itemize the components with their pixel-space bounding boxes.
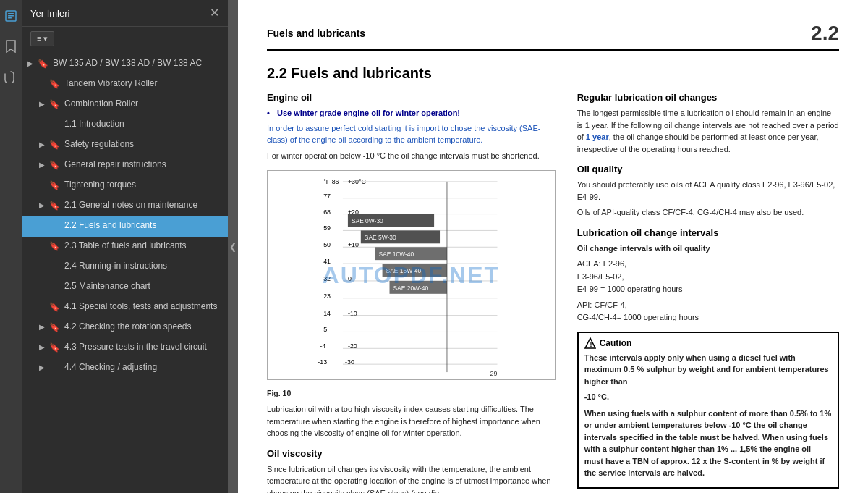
tree-item-generalnotes[interactable]: ▶ 🔖 2.1 General notes on maintenance	[22, 196, 228, 216]
tree-item-combo[interactable]: ▶ 🔖 Combination Roller	[22, 95, 228, 115]
svg-text:!: !	[590, 341, 592, 348]
bookmark-icon: 🔖	[49, 281, 61, 293]
panel-title: Yer İmleri	[30, 8, 69, 19]
bookmark-icon: 🔖	[49, 342, 61, 354]
fig-text: Lubrication oil with a too high viscosit…	[267, 403, 556, 439]
svg-rect-1	[8, 13, 14, 14]
engine-oil-title: Engine oil	[267, 92, 556, 103]
svg-text:SAE 10W-40: SAE 10W-40	[379, 250, 414, 258]
bookmark-tree: ▶ 🔖 BW 135 AD / BW 138 AD / BW 138 AC 🔖 …	[22, 51, 228, 493]
fig-label: Fig. 10	[267, 389, 291, 397]
bookmark-icon: 🔖	[49, 98, 61, 111]
right-column: Regular lubrication oil changes The long…	[577, 92, 839, 493]
content-columns: Engine oil Use winter grade engine oil f…	[267, 92, 839, 493]
svg-text:-20: -20	[348, 342, 357, 350]
tree-item-tightening[interactable]: 🔖 Tightening torques	[22, 176, 228, 196]
item-label: 4.4 Checking / adjusting	[64, 361, 222, 374]
expand-arrow: ▶	[39, 342, 49, 353]
tree-item-running[interactable]: 🔖 2.4 Running-in instructions	[22, 257, 228, 277]
item-label: 4.2 Checking the rotation speeds	[64, 321, 222, 333]
svg-text:-13: -13	[318, 358, 327, 366]
item-label: General repair instructions	[64, 159, 222, 171]
caution-text2: -10 °C.	[584, 391, 832, 403]
bookmarks-panel: Yer İmleri ✕ ≡ ▾ ▶ 🔖 BW 135 AD / BW 138 …	[22, 0, 228, 493]
svg-text:0: 0	[348, 275, 352, 282]
api-line1: API: CF/CF-4,	[577, 299, 839, 312]
tree-item-maintenance[interactable]: 🔖 2.5 Maintenance chart	[22, 277, 228, 298]
bookmark-icon: 🔖	[49, 220, 61, 232]
bookmark-icon: 🔖	[49, 200, 61, 212]
svg-text:77: 77	[323, 193, 331, 200]
item-label: Combination Roller	[64, 98, 222, 110]
item-label: 4.3 Pressure tests in the travel circuit	[64, 341, 222, 353]
svg-text:SAE 15W-40: SAE 15W-40	[386, 267, 422, 274]
caution-triangle-icon: !	[584, 337, 596, 349]
bookmark-icon: 🔖	[49, 321, 61, 334]
item-label: 2.3 Table of fuels and lubricants	[64, 240, 222, 252]
svg-text:29: 29	[490, 370, 498, 377]
bookmark-icon: 🔖	[49, 180, 61, 192]
pages-icon[interactable]	[2, 7, 20, 25]
item-label: 2.2 Fuels and lubricants	[64, 219, 222, 232]
reg-lub-text: The longest permissible time a lubricati…	[577, 107, 839, 155]
main-content: Fuels and lubricants 2.2 2.2 Fuels and l…	[238, 0, 868, 493]
svg-text:SAE 20W-40: SAE 20W-40	[393, 285, 428, 292]
tree-item-special[interactable]: 🔖 4.1 Special tools, tests and adjustmen…	[22, 298, 228, 318]
tree-item-safety[interactable]: ▶ 🔖 Safety regulations	[22, 135, 228, 156]
pdf-page: Fuels and lubricants 2.2 2.2 Fuels and l…	[238, 0, 868, 493]
tree-item-intro[interactable]: 🔖 1.1 Introduction	[22, 115, 228, 135]
attachments-icon[interactable]	[2, 68, 20, 85]
tree-item-pressure[interactable]: ▶ 🔖 4.3 Pressure tests in the travel cir…	[22, 338, 228, 358]
tree-item-checking2[interactable]: ▶ 🔖 4.4 Checking / adjusting	[22, 358, 228, 379]
svg-text:5: 5	[323, 326, 327, 333]
close-icon[interactable]: ✕	[210, 7, 219, 19]
bookmark-icon: 🔖	[49, 139, 61, 151]
tree-item-fuels[interactable]: 🔖 2.2 Fuels and lubricants	[22, 216, 228, 237]
reg-lub-title: Regular lubrication oil changes	[577, 92, 839, 103]
item-label: Safety regulations	[64, 138, 222, 151]
icon-sidebar	[0, 0, 22, 493]
tree-item-checking[interactable]: ▶ 🔖 4.2 Checking the rotation speeds	[22, 318, 228, 338]
tree-item-generalrepair[interactable]: ▶ 🔖 General repair instructions	[22, 156, 228, 176]
tree-item-bw135[interactable]: ▶ 🔖 BW 135 AD / BW 138 AD / BW 138 AC	[22, 54, 228, 75]
bookmark-icon: 🔖	[49, 240, 61, 253]
expand-arrow: ▶	[39, 160, 49, 170]
bookmark-icon: 🔖	[49, 261, 61, 273]
svg-text:+10: +10	[348, 241, 359, 248]
svg-text:32: 32	[323, 275, 331, 282]
item-label: 2.1 General notes on maintenance	[64, 199, 222, 211]
oil-viscosity-title: Oil viscosity	[267, 448, 556, 459]
tree-item-tandem[interactable]: 🔖 Tandem Vibratory Roller	[22, 75, 228, 95]
svg-text:-30: -30	[345, 358, 354, 366]
options-button[interactable]: ≡ ▾	[30, 31, 54, 46]
svg-text:50: 50	[323, 241, 331, 248]
svg-text:-10: -10	[348, 310, 357, 317]
panel-collapse-handle[interactable]: ❮	[228, 0, 238, 493]
bookmarks-icon[interactable]	[2, 38, 20, 55]
acea-line3: E4-99 = 1000 operating hours	[577, 283, 839, 296]
svg-rect-2	[8, 15, 14, 17]
caution-title: ! Caution	[584, 337, 832, 349]
page-header-title: Fuels and lubricants	[267, 28, 365, 39]
bookmark-icon: 🔖	[49, 159, 61, 172]
bookmark-icon: 🔖	[49, 119, 61, 131]
bullet-winter: Use winter grade engine oil for winter o…	[267, 107, 556, 119]
expand-arrow: ▶	[39, 99, 49, 109]
svg-text:23: 23	[323, 292, 331, 300]
para-cold-start: In order to assure perfect cold starting…	[267, 122, 556, 146]
item-label: Tandem Vibratory Roller	[64, 77, 222, 90]
api-line2: CG-4/CH-4= 1000 operating hours	[577, 311, 839, 324]
tree-item-tablefuels[interactable]: 🔖 2.3 Table of fuels and lubricants	[22, 237, 228, 257]
caution-box: ! Caution These intervals apply only whe…	[577, 332, 839, 489]
oil-quality-title: Oil quality	[577, 164, 839, 174]
expand-arrow: ▶	[27, 59, 38, 69]
panel-header: Yer İmleri ✕	[22, 0, 228, 27]
caution-text1: These intervals apply only when using a …	[584, 352, 832, 388]
svg-text:°F 86: °F 86	[323, 178, 339, 185]
item-label: 2.5 Maintenance chart	[64, 280, 222, 292]
left-column: Engine oil Use winter grade engine oil f…	[267, 92, 556, 493]
oil-quality-text2: Oils of API-quality class CF/CF-4, CG-4/…	[577, 206, 839, 219]
oil-viscosity-text: Since lubrication oil changes its viscos…	[267, 463, 556, 494]
svg-text:SAE 0W-30: SAE 0W-30	[352, 217, 383, 224]
svg-text:SAE 5W-30: SAE 5W-30	[365, 234, 396, 241]
